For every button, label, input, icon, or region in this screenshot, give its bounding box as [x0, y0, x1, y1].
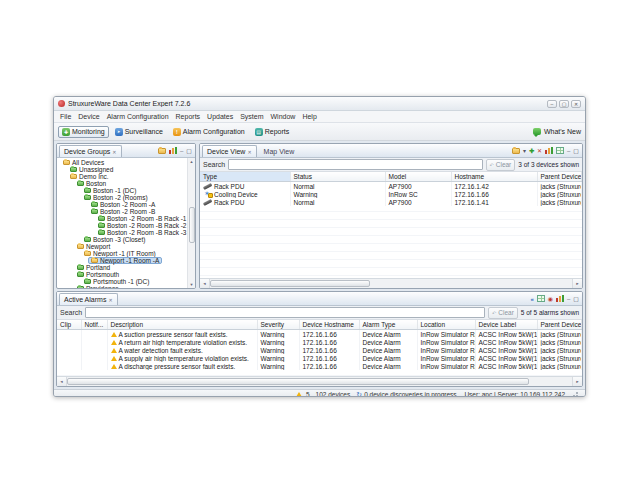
- tree-item[interactable]: Unassigned: [57, 166, 195, 173]
- dropdown-chevron-icon[interactable]: ▾: [523, 148, 526, 154]
- remove-device-icon[interactable]: ✕: [537, 148, 542, 154]
- collapse-chevrons-icon[interactable]: «: [530, 296, 533, 302]
- device-column-header[interactable]: Parent Device: [537, 172, 582, 182]
- menu-item[interactable]: Help: [302, 113, 316, 120]
- device-row[interactable]: Cooling Device Warning InRow SC 172.16.1…: [200, 190, 582, 198]
- minimize-view-icon[interactable]: –: [567, 296, 570, 302]
- alarm-column-header[interactable]: Location: [417, 320, 475, 330]
- maximize-view-icon[interactable]: ▢: [186, 148, 192, 154]
- maximize-button[interactable]: ▢: [559, 100, 569, 108]
- alarm-bell-icon[interactable]: ◉: [548, 296, 553, 302]
- device-column-header[interactable]: Model: [385, 172, 451, 182]
- group-action-folder-icon[interactable]: [512, 148, 520, 154]
- device-chart-icon[interactable]: [545, 147, 553, 154]
- tab-device-view[interactable]: Device View ✕: [202, 145, 257, 157]
- alarm-row[interactable]: A supply air high temperature violation …: [57, 354, 582, 362]
- tree-item[interactable]: Boston: [57, 180, 195, 187]
- tree-scrollbar[interactable]: ▲ ▼: [187, 158, 195, 288]
- alarm-column-header[interactable]: Device Label: [475, 320, 537, 330]
- scroll-left-icon[interactable]: ◄: [200, 279, 210, 288]
- alarm-column-header[interactable]: Description: [107, 320, 257, 330]
- perspective-button[interactable]: Reports: [251, 126, 294, 138]
- device-table-icon[interactable]: [556, 147, 564, 154]
- scroll-thumb[interactable]: [189, 207, 195, 243]
- tree-item[interactable]: Demo Inc.: [57, 173, 195, 180]
- tree-item[interactable]: Providence: [57, 285, 195, 288]
- minimize-button[interactable]: –: [547, 100, 557, 108]
- scroll-down-icon[interactable]: ▼: [188, 281, 195, 288]
- close-button[interactable]: ✕: [571, 100, 581, 108]
- alarm-column-header[interactable]: Alarm Type: [359, 320, 417, 330]
- menu-item[interactable]: Device: [78, 113, 99, 120]
- tab-device-groups[interactable]: Device Groups ✕: [59, 145, 122, 157]
- tree-item[interactable]: Newport: [57, 243, 195, 250]
- tree-item[interactable]: Portland: [57, 264, 195, 271]
- scroll-right-icon[interactable]: ►: [572, 377, 582, 386]
- tree-item[interactable]: Portsmouth: [57, 271, 195, 278]
- perspective-button[interactable]: Alarm Configuration: [169, 126, 249, 138]
- alarm-column-header[interactable]: Notif...: [81, 320, 107, 330]
- alarm-row[interactable]: A suction pressure sensor fault exists. …: [57, 330, 582, 339]
- perspective-button[interactable]: Surveillance: [111, 126, 167, 138]
- tree-item[interactable]: Boston -2 Room -A: [57, 201, 195, 208]
- add-device-icon[interactable]: ✚: [529, 148, 534, 154]
- scroll-left-icon[interactable]: ◄: [57, 377, 67, 386]
- device-column-header[interactable]: Hostname: [451, 172, 537, 182]
- tree-item[interactable]: Portsmouth -1 (DC): [57, 278, 195, 285]
- tree-item[interactable]: Boston -2 Room -B Rack -3: [57, 229, 195, 236]
- menu-item[interactable]: Updates: [207, 113, 233, 120]
- alarm-row[interactable]: A discharge pressure sensor fault exists…: [57, 362, 582, 370]
- device-column-header[interactable]: Type: [200, 172, 290, 182]
- menu-item[interactable]: Alarm Configuration: [107, 113, 169, 120]
- maximize-view-icon[interactable]: ▢: [573, 296, 579, 302]
- minimize-view-icon[interactable]: –: [180, 148, 183, 154]
- alarm-table-icon[interactable]: [537, 295, 545, 302]
- menu-item[interactable]: File: [60, 113, 71, 120]
- scroll-up-icon[interactable]: ▲: [188, 158, 195, 165]
- scroll-right-icon[interactable]: ►: [572, 279, 582, 288]
- tab-map-view[interactable]: Map View: [259, 145, 300, 157]
- alarm-row[interactable]: A water detection fault exists. Warning …: [57, 346, 582, 354]
- alarm-row[interactable]: A return air high temperature violation …: [57, 338, 582, 346]
- minimize-view-icon[interactable]: –: [567, 148, 570, 154]
- alarm-column-header[interactable]: Parent Device: [537, 320, 582, 330]
- perspective-button[interactable]: Monitoring: [58, 126, 109, 138]
- whats-new-button[interactable]: What's New: [533, 128, 581, 135]
- tab-active-alarms[interactable]: Active Alarms ✕: [59, 293, 118, 305]
- alarm-column-header[interactable]: Device Hostname: [299, 320, 359, 330]
- device-row[interactable]: Rack PDU Normal AP7900 172.16.1.42 jacks…: [200, 182, 582, 191]
- scroll-thumb[interactable]: [210, 280, 370, 287]
- alarm-clear-button[interactable]: ↶ Clear: [488, 307, 518, 319]
- device-row[interactable]: Rack PDU Normal AP7900 172.16.1.41 jacks…: [200, 198, 582, 206]
- device-search-input[interactable]: [228, 159, 482, 170]
- tree-item[interactable]: Newport -1 Room -A: [57, 257, 195, 264]
- device-clear-button[interactable]: ↶ Clear: [486, 159, 516, 171]
- scroll-thumb[interactable]: [67, 378, 529, 385]
- tree-item[interactable]: Boston -2 Room -B Rack -1: [57, 215, 195, 222]
- device-hscrollbar[interactable]: ◄ ►: [200, 278, 582, 288]
- menu-item[interactable]: System: [240, 113, 263, 120]
- menu-item[interactable]: Window: [271, 113, 296, 120]
- alarm-column-header[interactable]: Severity: [257, 320, 299, 330]
- alarm-chart-icon[interactable]: [556, 295, 564, 302]
- maximize-view-icon[interactable]: ▢: [573, 148, 579, 154]
- alarm-column-header[interactable]: Clip: [57, 320, 81, 330]
- tree-item[interactable]: All Devices: [57, 159, 195, 166]
- tree-item[interactable]: Boston -3 (Closet): [57, 236, 195, 243]
- tab-close-icon[interactable]: ✕: [112, 149, 116, 155]
- tab-close-icon[interactable]: ✕: [247, 149, 251, 155]
- alarm-hscrollbar[interactable]: ◄ ►: [57, 376, 582, 386]
- tree-item[interactable]: Boston -2 Room -B: [57, 208, 195, 215]
- tree-item[interactable]: Boston -1 (DC): [57, 187, 195, 194]
- tree-item[interactable]: Boston -2 (Rooms): [57, 194, 195, 201]
- device-column-header[interactable]: Status: [290, 172, 385, 182]
- new-group-folder-icon[interactable]: [158, 148, 166, 154]
- app-icon: [58, 100, 65, 107]
- tree-item[interactable]: Newport -1 (IT Room): [57, 250, 195, 257]
- tab-close-icon[interactable]: ✕: [108, 297, 112, 303]
- resize-grip[interactable]: [571, 390, 579, 397]
- menu-item[interactable]: Reports: [176, 113, 201, 120]
- group-chart-icon[interactable]: [169, 147, 177, 154]
- tree-item[interactable]: Boston -2 Room -B Rack -2: [57, 222, 195, 229]
- alarm-search-input[interactable]: [85, 307, 485, 318]
